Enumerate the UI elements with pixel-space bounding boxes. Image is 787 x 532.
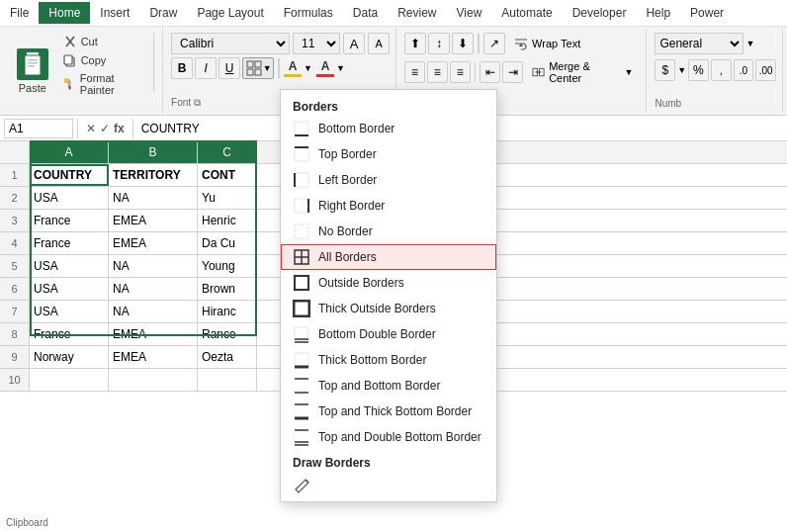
merge-dropdown[interactable]: ▼ xyxy=(624,67,633,77)
cell-a1[interactable]: COUNTRY xyxy=(30,164,109,186)
align-left[interactable]: ≡ xyxy=(404,61,425,83)
menu-help[interactable]: Help xyxy=(636,2,680,24)
menu-power[interactable]: Power xyxy=(680,2,734,24)
row-num-10[interactable]: 10 xyxy=(0,369,30,391)
cell-b5[interactable]: NA xyxy=(109,255,198,277)
menu-home[interactable]: Home xyxy=(39,2,90,24)
comma-button[interactable]: , xyxy=(711,59,732,81)
decrease-indent[interactable]: ⇤ xyxy=(480,61,500,83)
format-painter-button[interactable]: Format Painter xyxy=(59,70,152,98)
menu-developer[interactable]: Developer xyxy=(563,2,637,24)
menu-formulas[interactable]: Formulas xyxy=(274,2,343,24)
paste-button[interactable]: Paste xyxy=(10,33,55,109)
menu-page-layout[interactable]: Page Layout xyxy=(187,2,273,24)
copy-button[interactable]: Copy xyxy=(59,51,152,69)
outside-borders-item[interactable]: Outside Borders xyxy=(281,270,496,296)
thick-bottom-border-item[interactable]: Thick Bottom Border xyxy=(281,347,496,373)
cell-reference[interactable]: A1 xyxy=(4,119,73,138)
row-num-1[interactable]: 1 xyxy=(0,164,30,186)
thick-outside-borders-item[interactable]: Thick Outside Borders xyxy=(281,296,496,321)
left-border-item[interactable]: Left Border xyxy=(281,167,496,193)
cell-c2[interactable]: Yu xyxy=(198,187,257,209)
cell-c8[interactable]: Rance xyxy=(198,323,257,345)
font-expand[interactable]: ⧉ xyxy=(194,97,201,108)
cell-a8[interactable]: France xyxy=(30,323,109,345)
cell-a10[interactable] xyxy=(30,369,109,391)
function-icon[interactable]: fx xyxy=(114,122,125,135)
menu-file[interactable]: File xyxy=(0,2,39,24)
borders-button[interactable]: ▼ xyxy=(242,57,274,79)
no-border-item[interactable]: No Border xyxy=(281,219,496,244)
dollar-button[interactable]: $ xyxy=(655,59,675,81)
cell-b1[interactable]: TERRITORY xyxy=(109,164,198,186)
increase-decimal[interactable]: .00 xyxy=(755,59,776,81)
percent-button[interactable]: % xyxy=(688,59,709,81)
number-expand-arrow[interactable]: ▼ xyxy=(745,39,754,48)
row-num-6[interactable]: 6 xyxy=(0,278,30,300)
bottom-double-border-item[interactable]: Bottom Double Border xyxy=(281,321,496,347)
cell-b4[interactable]: EMEA xyxy=(109,232,198,254)
align-bottom[interactable]: ⬇ xyxy=(452,33,474,54)
menu-data[interactable]: Data xyxy=(343,2,388,24)
cell-c10[interactable] xyxy=(198,369,257,391)
font-color[interactable]: A xyxy=(316,59,334,77)
row-num-8[interactable]: 8 xyxy=(0,323,30,345)
cell-c3[interactable]: Henric xyxy=(198,210,257,231)
all-borders-item[interactable]: All Borders xyxy=(281,244,496,270)
cell-c4[interactable]: Da Cu xyxy=(198,232,257,254)
orient-text[interactable]: ↗ xyxy=(483,33,505,54)
confirm-icon[interactable]: ✓ xyxy=(100,122,110,135)
top-thick-bottom-border-item[interactable]: Top and Thick Bottom Border xyxy=(281,399,496,424)
cell-c7[interactable]: Hiranc xyxy=(198,301,257,322)
cell-b10[interactable] xyxy=(109,369,198,391)
italic-button[interactable]: I xyxy=(195,57,217,79)
cancel-icon[interactable]: ✕ xyxy=(86,122,96,135)
cell-c9[interactable]: Oezta xyxy=(198,346,257,368)
cell-a9[interactable]: Norway xyxy=(30,346,109,368)
bottom-border-item[interactable]: Bottom Border xyxy=(281,116,496,141)
draw-borders-item[interactable] xyxy=(281,472,496,497)
align-top[interactable]: ⬆ xyxy=(404,33,426,54)
align-center[interactable]: ≡ xyxy=(427,61,448,83)
cell-a3[interactable]: France xyxy=(30,210,109,231)
col-header-b[interactable]: B xyxy=(109,141,198,163)
row-num-5[interactable]: 5 xyxy=(0,255,30,277)
font-color-dropdown[interactable]: ▼ xyxy=(336,63,345,73)
menu-automate[interactable]: Automate xyxy=(491,2,562,24)
top-bottom-border-item[interactable]: Top and Bottom Border xyxy=(281,373,496,399)
cell-c6[interactable]: Brown xyxy=(198,278,257,300)
highlight-dropdown[interactable]: ▼ xyxy=(304,63,312,73)
cell-b9[interactable]: EMEA xyxy=(109,346,198,368)
font-size-decrease[interactable]: A xyxy=(368,33,390,54)
underline-button[interactable]: U xyxy=(219,57,240,79)
menu-insert[interactable]: Insert xyxy=(90,2,139,24)
row-num-3[interactable]: 3 xyxy=(0,210,30,231)
bold-button[interactable]: B xyxy=(171,57,193,79)
col-header-a[interactable]: A xyxy=(30,141,109,163)
cell-a5[interactable]: USA xyxy=(30,255,109,277)
font-size-increase[interactable]: A xyxy=(343,33,365,54)
increase-indent[interactable]: ⇥ xyxy=(502,61,523,83)
cell-a4[interactable]: France xyxy=(30,232,109,254)
row-num-9[interactable]: 9 xyxy=(0,346,30,368)
cell-b6[interactable]: NA xyxy=(109,278,198,300)
col-header-c[interactable]: C xyxy=(198,141,257,163)
align-right[interactable]: ≡ xyxy=(450,61,471,83)
cell-b8[interactable]: EMEA xyxy=(109,323,198,345)
cut-button[interactable]: Cut xyxy=(59,33,152,50)
merge-center-button[interactable]: Merge & Center ▼ xyxy=(525,57,640,87)
font-name-select[interactable]: Calibri xyxy=(171,33,290,54)
row-num-2[interactable]: 2 xyxy=(0,187,30,209)
cell-a6[interactable]: USA xyxy=(30,278,109,300)
row-num-7[interactable]: 7 xyxy=(0,301,30,322)
top-double-bottom-border-item[interactable]: Top and Double Bottom Border xyxy=(281,424,496,450)
menu-review[interactable]: Review xyxy=(388,2,446,24)
cell-b2[interactable]: NA xyxy=(109,187,198,209)
highlight-color[interactable]: A xyxy=(284,59,302,77)
wrap-text-button[interactable]: Wrap Text xyxy=(507,34,587,53)
cell-b3[interactable]: EMEA xyxy=(109,210,198,231)
menu-draw[interactable]: Draw xyxy=(139,2,187,24)
font-size-select[interactable]: 11 xyxy=(293,33,340,54)
menu-view[interactable]: View xyxy=(447,2,492,24)
top-border-item[interactable]: Top Border xyxy=(281,141,496,167)
